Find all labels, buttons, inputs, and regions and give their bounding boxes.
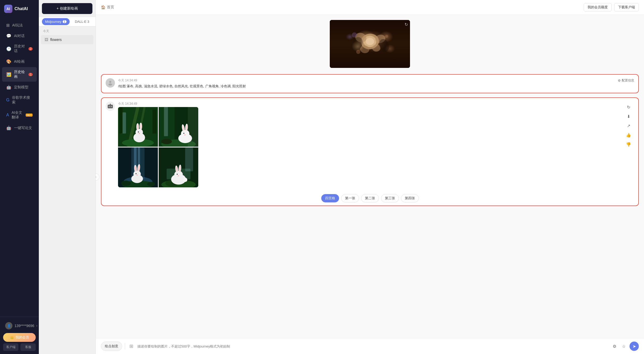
- svg-point-63: [136, 175, 138, 175]
- paint-icon: 🎨: [6, 59, 11, 64]
- write-icon: 🤖: [6, 125, 11, 130]
- bot-message-content: 今天 14:34:49: [118, 102, 620, 187]
- sidebar-label-ai-chat: AI对话: [14, 34, 25, 38]
- user-message-time: 今天 14:34:49: [118, 78, 615, 83]
- send-icon: ➤: [633, 344, 636, 349]
- share-action-icon[interactable]: ↗: [625, 122, 632, 130]
- flower-image-container: ↻: [101, 20, 639, 68]
- hot-badge: HOT: [26, 114, 33, 117]
- sidebar-label-history-paint: 历史绘画: [14, 70, 26, 79]
- svg-point-11: [352, 32, 357, 38]
- image-tab-buttons: 四宫格 第一张 第二张 第三张 第四张: [101, 191, 638, 206]
- tab-midjourney-label: Midjourney: [45, 20, 62, 24]
- member-button[interactable]: 👑 我的会员: [3, 333, 36, 342]
- sidebar-item-ai-play[interactable]: ⊞ AI玩法: [2, 20, 37, 30]
- grid-cell-4[interactable]: [159, 147, 199, 187]
- app-title: ChatAI: [14, 6, 28, 11]
- svg-point-62: [136, 173, 137, 174]
- svg-point-2: [366, 38, 374, 45]
- config-info-button[interactable]: ⚙ 配置信息: [618, 78, 634, 83]
- input-divider: [125, 343, 125, 349]
- sidebar-item-history-paint[interactable]: 🖼️ 历史绘画 1: [2, 67, 37, 82]
- member-quota-button[interactable]: 我的会员额度: [584, 3, 612, 11]
- translate-icon: A: [6, 113, 9, 117]
- download-action-icon[interactable]: ⬇: [625, 113, 632, 120]
- svg-point-70: [174, 171, 183, 178]
- tab-fourth-image-button[interactable]: 第四张: [401, 194, 419, 202]
- sidebar-item-history-chat[interactable]: 🕐 历史对话 2: [2, 41, 37, 56]
- chevron-right-icon: ›: [36, 324, 37, 328]
- sidebar-item-ai-translate[interactable]: A AI全文翻译 HOT: [2, 108, 37, 122]
- sidebar-item-ai-paint[interactable]: 🎨 AI绘画: [2, 56, 37, 67]
- bot-message-time: 今天 14:34:49: [118, 102, 620, 106]
- filter-icon[interactable]: ⚙: [611, 343, 618, 350]
- tab-dalle[interactable]: DALL·E 3: [72, 18, 92, 25]
- middle-panel: + 创建新绘画 Midjourney 1 DALL·E 3 今天 🖼 flowe…: [39, 0, 96, 354]
- svg-point-15: [109, 106, 110, 107]
- download-client-button[interactable]: 下载客户端: [614, 3, 639, 11]
- main-input-field[interactable]: [137, 344, 608, 348]
- inspiration-button[interactable]: 绘点创意: [101, 342, 122, 351]
- history-item-flowers[interactable]: 🖼 flowers: [41, 35, 93, 44]
- sidebar-label-google-scholar: 谷歌学术搜索: [12, 95, 33, 105]
- breadcrumb-text: 首页: [107, 5, 114, 10]
- svg-point-38: [161, 139, 172, 144]
- input-mode-icon[interactable]: ⊞: [128, 343, 135, 350]
- sidebar-label-custom-model: 定制模型: [14, 85, 28, 90]
- flower-image: ↻: [330, 20, 410, 68]
- svg-rect-17: [110, 104, 111, 105]
- service-button[interactable]: 客服: [20, 343, 36, 351]
- sidebar-item-google-scholar[interactable]: G 谷歌学术搜索: [2, 93, 37, 107]
- svg-rect-36: [164, 107, 168, 136]
- user-message-row: 今天 14:34:49 /绘图 瀑布, 高挑, 湍急水流, 碧绿水色, 自然风光…: [101, 75, 638, 93]
- bot-message-row: 今天 14:34:49: [101, 98, 638, 191]
- sidebar: AI ChatAI ⊞ AI玩法 💬 AI对话 🕐 历史对话 2 🎨 AI绘画 …: [0, 0, 39, 354]
- star-icon[interactable]: ☆: [620, 343, 627, 350]
- tab-second-image-button[interactable]: 第二张: [361, 194, 379, 202]
- app-logo: AI ChatAI: [0, 0, 39, 18]
- topbar: 🏠 首页 我的会员额度 下载客户端: [96, 0, 644, 15]
- image-history-icon: 🖼: [45, 38, 48, 42]
- refresh-action-icon[interactable]: ↻: [625, 104, 632, 111]
- tab-dalle-label: DALL·E 3: [75, 20, 89, 24]
- user-message-text: /绘图 瀑布, 高挑, 湍急水流, 碧绿水色, 自然风光, 壮观景色, 广角视角…: [118, 84, 615, 89]
- chevron-left-icon: ‹: [96, 175, 96, 179]
- sidebar-item-write-paper[interactable]: 🤖 一键写论文: [2, 123, 37, 133]
- bot-avatar: [106, 102, 115, 111]
- grid-cell-3[interactable]: [118, 147, 158, 187]
- user-message-block: 今天 14:34:49 /绘图 瀑布, 高挑, 湍急水流, 碧绿水色, 自然风光…: [101, 74, 639, 93]
- grid-cell-1[interactable]: [118, 107, 158, 147]
- svg-point-76: [178, 175, 179, 176]
- breadcrumb: 🏠 首页: [101, 5, 114, 10]
- grid-icon: ⊞: [6, 23, 10, 28]
- member-btn-label: 我的会员: [16, 335, 29, 340]
- bot-message-actions: ↻ ⬇ ↗ 👍 👎: [623, 102, 634, 150]
- user-info[interactable]: 👤 139****9696 ›: [3, 320, 36, 331]
- sidebar-item-custom-model[interactable]: 🤖 定制模型: [2, 82, 37, 92]
- tab-four-grid-button[interactable]: 四宫格: [321, 194, 339, 202]
- tab-midjourney[interactable]: Midjourney 1: [42, 18, 70, 25]
- svg-point-12: [109, 81, 111, 83]
- tab-first-image-button[interactable]: 第一张: [341, 194, 359, 202]
- svg-point-30: [137, 124, 138, 130]
- home-icon: 🏠: [101, 5, 105, 9]
- new-painting-button[interactable]: + 创建新绘画: [42, 3, 92, 14]
- sidebar-item-ai-chat[interactable]: 💬 AI对话: [2, 31, 37, 41]
- chat-icon: 💬: [6, 33, 11, 38]
- svg-point-46: [183, 133, 184, 134]
- grid-cell-2[interactable]: [159, 107, 199, 147]
- dislike-action-icon[interactable]: 👎: [625, 141, 632, 148]
- svg-rect-25: [152, 110, 156, 133]
- like-action-icon[interactable]: 👍: [625, 132, 632, 139]
- user-avatar-chat: [106, 78, 115, 88]
- main-content: ‹ 🏠 首页 我的会员额度 下载客户端: [96, 0, 644, 354]
- client-button[interactable]: 客户端: [3, 343, 18, 351]
- tab-third-image-button[interactable]: 第三张: [381, 194, 399, 202]
- image-grid: [118, 107, 198, 187]
- send-button[interactable]: ➤: [630, 342, 639, 351]
- gallery-icon: 🖼️: [6, 72, 11, 77]
- regenerate-icon[interactable]: ↻: [405, 22, 408, 27]
- svg-point-55: [147, 182, 155, 186]
- bottom-buttons: 客户端 客服: [3, 343, 36, 351]
- topbar-actions: 我的会员额度 下载客户端: [584, 3, 639, 11]
